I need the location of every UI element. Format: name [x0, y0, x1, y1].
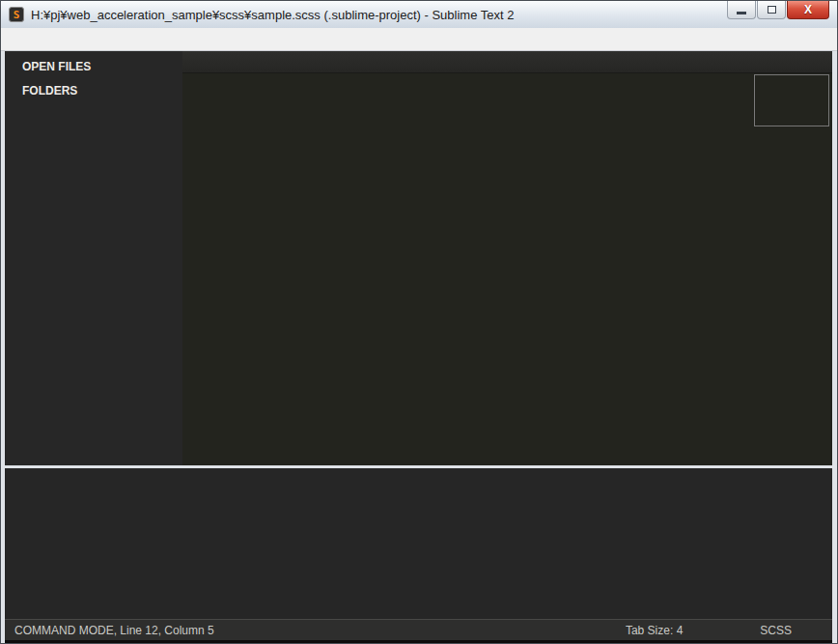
- status-mode-position: COMMAND MODE, Line 12, Column 5: [14, 624, 626, 637]
- window-frame: OPEN FILES FOLDERS: [1, 51, 837, 644]
- restore-button[interactable]: [757, 1, 786, 19]
- sidebar: OPEN FILES FOLDERS: [5, 51, 182, 465]
- menu-bar: [1, 28, 837, 51]
- close-icon: X: [804, 3, 812, 16]
- restore-icon: [768, 6, 776, 14]
- build-output-panel: [5, 468, 832, 619]
- status-syntax[interactable]: SCSS: [760, 624, 792, 637]
- editor-body[interactable]: [182, 73, 832, 465]
- editor-pane: [182, 51, 832, 465]
- tab-bar: [182, 51, 832, 73]
- window-bottom-edge: [5, 640, 832, 644]
- minimap[interactable]: [754, 74, 829, 126]
- close-button[interactable]: X: [787, 1, 829, 19]
- window-controls: X: [726, 1, 829, 19]
- status-bar: COMMAND MODE, Line 12, Column 5 Tab Size…: [5, 619, 832, 640]
- title-bar[interactable]: S H:¥pj¥web_acceleration_sample¥scss¥sam…: [1, 1, 837, 28]
- status-tab-size[interactable]: Tab Size: 4: [626, 624, 683, 637]
- minimize-icon: [737, 12, 746, 14]
- folders-header: FOLDERS: [5, 79, 182, 103]
- main-area: OPEN FILES FOLDERS: [5, 51, 832, 465]
- open-files-header: OPEN FILES: [5, 55, 182, 79]
- minimize-button[interactable]: [727, 1, 756, 19]
- sublime-app-icon: S: [9, 7, 24, 22]
- sublime-text-window: S H:¥pj¥web_acceleration_sample¥scss¥sam…: [0, 0, 838, 644]
- window-title: H:¥pj¥web_acceleration_sample¥scss¥sampl…: [31, 8, 514, 22]
